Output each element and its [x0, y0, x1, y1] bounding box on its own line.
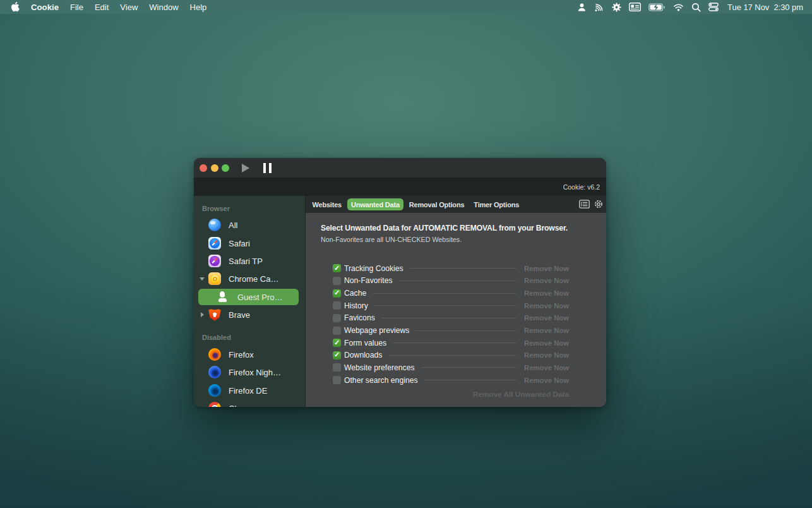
control-center-icon[interactable]: [705, 0, 722, 14]
guest-profile-glyph: [216, 291, 229, 303]
sidebar-section-label: Browser: [194, 201, 305, 216]
row-label: Webpage previews: [344, 326, 409, 335]
remove-now-button[interactable]: Remove Now: [524, 327, 569, 334]
gear-icon[interactable]: [608, 0, 625, 14]
tab-unwanted-data[interactable]: Unwanted Data: [347, 198, 403, 210]
close-button[interactable]: [200, 164, 207, 172]
tab-websites[interactable]: Websites: [309, 198, 346, 210]
input-source-icon[interactable]: [625, 0, 645, 14]
row-label: Downloads: [344, 351, 382, 360]
checkbox-unchecked[interactable]: [333, 363, 341, 372]
sidebar-item-safari[interactable]: Safari: [194, 234, 305, 251]
checkbox-checked[interactable]: ✓: [333, 289, 341, 298]
leader-line: [424, 380, 517, 380]
content-heading: Select Unwanted Data for AUTOMATIC REMOV…: [321, 224, 568, 233]
firefox-icon: [208, 348, 221, 361]
check-icon: ✓: [334, 351, 340, 358]
pause-icon[interactable]: [263, 163, 272, 173]
tab-bar: WebsitesUnwanted DataRemoval OptionsTime…: [306, 196, 606, 213]
row-label: Favicons: [344, 313, 375, 322]
sidebar-item-chrome-canary[interactable]: Chrome Ca…: [194, 270, 305, 287]
chrome-glyph: [208, 402, 221, 407]
remove-now-button[interactable]: Remove Now: [524, 351, 569, 359]
firefox-glyph: [208, 348, 221, 361]
tab-removal-options[interactable]: Removal Options: [405, 198, 468, 210]
sidebar-item-guest-profile[interactable]: Guest Pro…: [194, 288, 305, 306]
zoom-button[interactable]: [222, 164, 229, 172]
search-icon[interactable]: [688, 0, 705, 14]
safari-glyph: [208, 237, 221, 250]
checkbox-unchecked[interactable]: [333, 314, 341, 322]
remove-now-button[interactable]: Remove Now: [524, 277, 569, 284]
remove-now-button[interactable]: Remove Now: [524, 265, 569, 272]
list-view-icon[interactable]: [579, 200, 590, 210]
checkbox-unchecked[interactable]: [333, 301, 341, 310]
sidebar-item-label: Firefox: [229, 349, 254, 359]
chevron-down-icon[interactable]: [200, 277, 205, 281]
tab-timer-options[interactable]: Timer Options: [470, 198, 523, 210]
leader-line: [388, 355, 516, 356]
check-icon: ✓: [334, 339, 340, 346]
checkbox-unchecked[interactable]: [333, 277, 341, 285]
data-row: Webpage previewsRemove Now: [333, 324, 569, 337]
menu-file[interactable]: File: [64, 0, 89, 14]
data-row: Non-FavoritesRemove Now: [333, 275, 569, 287]
menu-help[interactable]: Help: [184, 0, 213, 14]
window-titlebar[interactable]: [194, 158, 606, 178]
checkbox-checked[interactable]: ✓: [333, 351, 341, 360]
sidebar-item-brave[interactable]: Brave: [194, 306, 305, 324]
menu-view[interactable]: View: [114, 0, 143, 14]
sidebar-item-label: Brave: [229, 310, 250, 320]
remove-now-button[interactable]: Remove Now: [524, 377, 569, 384]
sidebar-item-firefox-nightly[interactable]: Firefox Nigh…: [194, 363, 305, 381]
user-icon[interactable]: [573, 0, 590, 14]
window-info-strip: Cookie: v6.2: [194, 178, 606, 196]
data-row: ✓Form valuesRemove Now: [333, 337, 569, 349]
chrome-icon: [208, 402, 221, 407]
checkbox-checked[interactable]: ✓: [333, 264, 341, 272]
sidebar-item-label: Safari: [229, 238, 250, 248]
row-label: Website preferences: [344, 363, 415, 372]
remove-all-button[interactable]: Remove All Unwanted Data: [473, 390, 569, 399]
battery-charging-icon[interactable]: [645, 0, 669, 14]
minimize-button[interactable]: [211, 164, 218, 172]
leader-line: [373, 293, 516, 294]
play-icon[interactable]: [242, 164, 249, 172]
settings-gear-icon[interactable]: [594, 199, 604, 210]
menu-app-name[interactable]: Cookie: [25, 0, 64, 14]
sidebar-item-firefox-de[interactable]: Firefox DE: [194, 382, 305, 399]
toolbar-icons: [579, 199, 606, 210]
data-row: Other search enginesRemove Now: [333, 374, 569, 387]
sidebar-item-chrome[interactable]: Chrome: [194, 399, 305, 407]
check-icon: ✓: [334, 289, 340, 296]
remove-now-button[interactable]: Remove Now: [524, 339, 569, 347]
menu-edit[interactable]: Edit: [89, 0, 114, 14]
chevron-right-icon[interactable]: [201, 312, 204, 317]
version-label: Cookie: v6.2: [563, 183, 600, 191]
row-label: History: [344, 301, 368, 310]
remove-now-button[interactable]: Remove Now: [524, 364, 569, 372]
wireless-signal-icon[interactable]: [590, 0, 608, 14]
menu-clock[interactable]: Tue 17 Nov 2:30 pm: [722, 3, 803, 12]
sidebar-item-safari-tp[interactable]: Safari TP: [194, 252, 305, 270]
data-row: ✓Tracking CookiesRemove Now: [333, 262, 569, 275]
apple-menu[interactable]: [0, 0, 25, 14]
data-row: HistoryRemove Now: [333, 299, 569, 312]
sidebar-item-label: Firefox Nigh…: [229, 368, 281, 377]
sidebar-item-label: Guest Pro…: [237, 292, 283, 301]
remove-now-button[interactable]: Remove Now: [524, 314, 569, 322]
checkbox-unchecked[interactable]: [333, 376, 341, 384]
checkbox-checked[interactable]: ✓: [333, 339, 341, 347]
checkbox-unchecked[interactable]: [333, 327, 341, 335]
safari-tp-glyph: [208, 255, 221, 267]
sidebar-item-firefox[interactable]: Firefox: [194, 346, 305, 363]
sidebar-item-globe[interactable]: All: [194, 216, 305, 234]
firefox-de-icon: [208, 384, 221, 397]
cookie-app-window: Cookie: v6.2 BrowserAllSafariSafari TPCh…: [194, 158, 606, 407]
menu-window[interactable]: Window: [143, 0, 184, 14]
wifi-icon[interactable]: [669, 0, 688, 14]
remove-now-button[interactable]: Remove Now: [524, 289, 569, 297]
content-subheading: Non-Favorites are all UN-CHECKED Website…: [321, 236, 462, 243]
remove-now-button[interactable]: Remove Now: [524, 302, 569, 310]
row-label: Other search engines: [344, 376, 418, 385]
